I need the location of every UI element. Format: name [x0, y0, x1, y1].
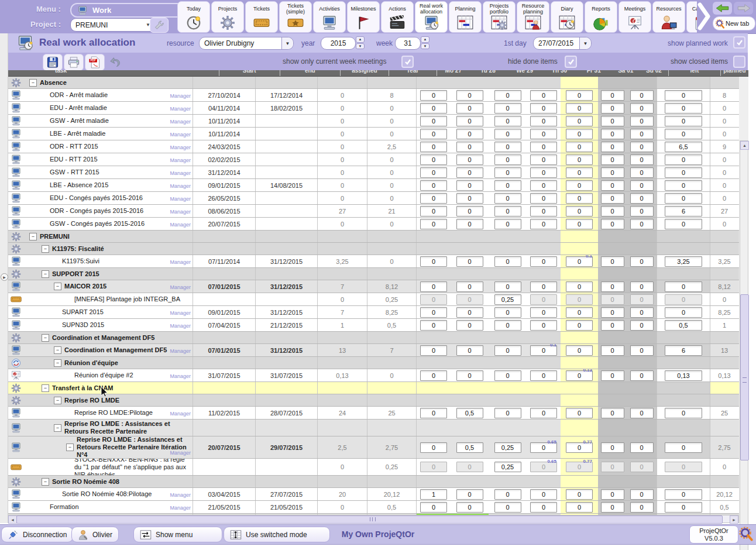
column-header-asg[interactable]: assigned — [341, 70, 389, 76]
day-input[interactable]: 0 — [601, 345, 624, 356]
task-row[interactable]: −Coordination et Management DF5Manager07… — [8, 344, 739, 357]
task-row[interactable]: GSW - Congés payés 2015-2016Manager20/07… — [8, 218, 739, 231]
day-input[interactable]: 0 — [420, 370, 447, 381]
day-input[interactable]: 0 — [530, 129, 557, 139]
group-row[interactable]: −PREMUNI — [8, 231, 739, 243]
task-row[interactable]: FormationManager21/05/201521/05/201500,5… — [8, 501, 739, 514]
day-input[interactable]: 0 — [566, 206, 593, 216]
day-input[interactable]: 0 — [530, 307, 557, 318]
collapse-toggle[interactable]: − — [54, 424, 61, 432]
day-input[interactable]: 0 — [494, 103, 521, 114]
left-input[interactable]: 0 — [665, 154, 702, 165]
day-input[interactable]: 0 — [494, 206, 521, 216]
day-input[interactable]: 0 — [630, 281, 654, 292]
day-input[interactable]: 0 — [566, 219, 593, 229]
day-input[interactable]: 0 — [494, 154, 521, 165]
day-input[interactable]: 0 — [566, 154, 593, 165]
day-input[interactable]: 0 — [530, 206, 557, 216]
manager-link[interactable]: Manager — [170, 157, 191, 163]
day-input[interactable]: 0 — [601, 489, 624, 500]
task-row[interactable]: SUPART 2015Manager09/01/201531/12/201578… — [8, 306, 739, 319]
day-input[interactable]: 0 — [420, 442, 447, 453]
day-input[interactable]: 0 — [420, 167, 447, 178]
left-input[interactable]: 0 — [665, 193, 702, 204]
left-input[interactable]: 0 — [665, 442, 702, 453]
manager-link[interactable]: Manager — [170, 323, 191, 329]
column-header-d1[interactable]: Tu 28 — [470, 70, 507, 76]
day-input[interactable]: 0 — [630, 370, 654, 381]
day-input[interactable]: 0 — [420, 90, 447, 101]
new-tab-button[interactable]: New tab — [713, 16, 755, 30]
day-input[interactable]: 0 — [630, 307, 654, 318]
day-input[interactable]: 0 — [530, 370, 557, 381]
manager-link[interactable]: Manager — [170, 222, 191, 228]
chevron-down-icon[interactable]: ▼ — [579, 37, 591, 49]
tab-calendar[interactable]: Calendar31 — [686, 1, 697, 33]
day-input[interactable]: 0 — [566, 345, 593, 356]
manager-link[interactable]: Manager — [170, 284, 191, 290]
task-row[interactable]: EDU - Arrêt maladieManager04/11/201418/0… — [8, 102, 739, 115]
day-input[interactable]: 00.1 — [530, 345, 557, 356]
day-input[interactable]: 0 — [456, 219, 483, 229]
tab-projects-portfolio[interactable]: Projects portfolio — [483, 1, 516, 33]
week-spinner[interactable]: ▲▼ — [421, 36, 429, 49]
collapse-toggle[interactable]: − — [42, 334, 49, 342]
current-week-meetings-checkbox[interactable] — [401, 56, 414, 68]
day-input[interactable]: 1 — [420, 489, 447, 500]
day-input[interactable]: 0 — [494, 90, 521, 101]
column-header-left[interactable]: left — [668, 70, 720, 76]
year-input[interactable]: 2015 — [321, 37, 356, 50]
day-input[interactable]: 0 — [530, 193, 557, 204]
manager-link[interactable]: Manager — [170, 106, 191, 112]
left-input[interactable]: 0 — [665, 103, 702, 114]
day-input[interactable]: 0 — [494, 370, 521, 381]
day-input[interactable]: 0 — [530, 320, 557, 331]
day-input[interactable]: 0 — [566, 90, 593, 101]
left-input[interactable]: 0 — [665, 281, 702, 292]
horizontal-scrollbar[interactable]: ◄ ► — [8, 515, 739, 523]
day-input[interactable]: 0 — [456, 345, 483, 356]
day-input[interactable]: 0 — [494, 219, 521, 229]
tab-meetings[interactable]: Meetings — [618, 1, 651, 33]
manager-link[interactable]: Manager — [170, 492, 191, 498]
task-row[interactable]: −Reprise RO LMDE : Assistances et Retour… — [8, 420, 739, 436]
day-input[interactable]: 0 — [420, 281, 447, 292]
day-input[interactable]: 0 — [420, 256, 447, 267]
day-input[interactable]: 0 — [566, 180, 593, 191]
manager-link[interactable]: Manager — [170, 93, 191, 99]
ticket-row[interactable]: [MNEFAS] Plantage job INTEGR_BA00,25000,… — [8, 293, 739, 306]
task-row[interactable]: GSW - RTT 2015Manager31/12/2014000000000… — [8, 166, 739, 179]
task-row[interactable]: ODR - Congés payés 2015-2016Manager08/06… — [8, 205, 739, 218]
manager-link[interactable]: Manager — [170, 310, 191, 316]
task-row[interactable]: ODR - Arrêt maladieManager27/10/201417/1… — [8, 89, 739, 102]
manager-link[interactable]: Manager — [170, 183, 191, 189]
task-row[interactable]: ODR - RTT 2015Manager24/03/201502,500000… — [8, 140, 739, 153]
day-input[interactable]: 0 — [630, 167, 654, 178]
left-input[interactable]: 0,5 — [665, 320, 702, 331]
day-input[interactable]: 0 — [530, 256, 557, 267]
task-row[interactable]: Réunion d'équipe #2Manager31/07/201531/0… — [8, 369, 739, 382]
collapse-toggle[interactable]: − — [54, 397, 61, 404]
day-input[interactable]: 0 — [566, 167, 593, 178]
column-header-d0[interactable]: Mo 27 — [437, 70, 470, 76]
nav-forward-button[interactable] — [734, 2, 753, 15]
day-input[interactable]: 0,5 — [456, 408, 483, 418]
group-row[interactable]: −Sortie RO Noémie 408 — [8, 476, 739, 488]
collapse-toggle[interactable]: − — [42, 270, 49, 278]
collapse-toggle[interactable]: − — [54, 359, 61, 367]
column-header-real[interactable]: real — [389, 70, 437, 76]
print-button[interactable] — [64, 54, 84, 71]
day-input[interactable]: 0 — [530, 154, 557, 165]
collapse-toggle[interactable]: − — [29, 79, 37, 87]
day-input[interactable]: 0 — [601, 307, 624, 318]
day-input[interactable]: 0 — [530, 489, 557, 500]
day-input[interactable]: 0 — [601, 129, 624, 139]
day-input[interactable]: 00.1 — [566, 256, 593, 267]
tab-actions[interactable]: Actions — [381, 1, 414, 33]
horizontal-scroll-thumb[interactable] — [16, 515, 723, 524]
column-header-plan[interactable]: planned — [720, 70, 748, 76]
day-input[interactable]: 0 — [494, 116, 521, 126]
nav-back-button[interactable] — [713, 2, 732, 15]
edit-project-button[interactable] — [150, 18, 169, 33]
export-pdf-button[interactable]: PDF — [85, 54, 105, 71]
